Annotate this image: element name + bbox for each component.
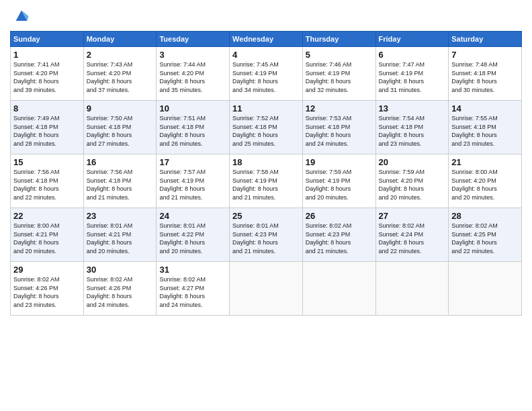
day-detail: Sunrise: 7:47 AM Sunset: 4:19 PM Dayligh…	[379, 60, 446, 94]
day-detail: Sunrise: 7:59 AM Sunset: 4:20 PM Dayligh…	[379, 168, 446, 201]
day-number: 5	[306, 50, 373, 60]
day-cell: 4Sunrise: 7:45 AM Sunset: 4:19 PM Daylig…	[230, 47, 303, 101]
day-cell: 19Sunrise: 7:59 AM Sunset: 4:19 PM Dayli…	[302, 154, 375, 208]
day-detail: Sunrise: 8:00 AM Sunset: 4:21 PM Dayligh…	[13, 222, 81, 255]
day-number: 16	[87, 157, 154, 167]
page: SundayMondayTuesdayWednesdayThursdayFrid…	[0, 0, 532, 411]
day-number: 30	[87, 265, 154, 275]
day-number: 4	[232, 50, 300, 60]
calendar-table: SundayMondayTuesdayWednesdayThursdayFrid…	[10, 31, 522, 316]
week-row-4: 22Sunrise: 8:00 AM Sunset: 4:21 PM Dayli…	[11, 208, 522, 262]
day-detail: Sunrise: 8:01 AM Sunset: 4:21 PM Dayligh…	[87, 222, 154, 255]
day-cell: 24Sunrise: 8:01 AM Sunset: 4:22 PM Dayli…	[157, 208, 230, 262]
header-monday: Monday	[83, 32, 157, 47]
day-detail: Sunrise: 7:49 AM Sunset: 4:18 PM Dayligh…	[13, 114, 81, 148]
day-detail: Sunrise: 8:00 AM Sunset: 4:20 PM Dayligh…	[451, 168, 519, 201]
day-detail: Sunrise: 8:02 AM Sunset: 4:26 PM Dayligh…	[87, 275, 154, 309]
day-cell: 5Sunrise: 7:46 AM Sunset: 4:19 PM Daylig…	[302, 47, 375, 101]
day-cell: 30Sunrise: 8:02 AM Sunset: 4:26 PM Dayli…	[83, 262, 157, 316]
day-cell: 3Sunrise: 7:44 AM Sunset: 4:20 PM Daylig…	[157, 47, 230, 101]
week-row-5: 29Sunrise: 8:02 AM Sunset: 4:26 PM Dayli…	[11, 262, 522, 316]
day-detail: Sunrise: 7:59 AM Sunset: 4:19 PM Dayligh…	[306, 168, 373, 201]
day-cell: 12Sunrise: 7:53 AM Sunset: 4:18 PM Dayli…	[302, 101, 375, 154]
day-detail: Sunrise: 7:51 AM Sunset: 4:18 PM Dayligh…	[159, 114, 226, 148]
day-number: 29	[13, 265, 81, 275]
day-detail: Sunrise: 8:01 AM Sunset: 4:23 PM Dayligh…	[232, 222, 300, 255]
day-detail: Sunrise: 7:41 AM Sunset: 4:20 PM Dayligh…	[13, 60, 81, 94]
day-number: 23	[87, 211, 154, 221]
day-cell: 14Sunrise: 7:55 AM Sunset: 4:18 PM Dayli…	[449, 101, 522, 154]
day-cell: 15Sunrise: 7:56 AM Sunset: 4:18 PM Dayli…	[11, 154, 84, 208]
day-number: 15	[13, 157, 81, 167]
day-detail: Sunrise: 7:57 AM Sunset: 4:19 PM Dayligh…	[159, 168, 226, 201]
day-detail: Sunrise: 7:43 AM Sunset: 4:20 PM Dayligh…	[87, 60, 154, 94]
day-cell: 9Sunrise: 7:50 AM Sunset: 4:18 PM Daylig…	[83, 101, 157, 154]
day-detail: Sunrise: 7:53 AM Sunset: 4:18 PM Dayligh…	[306, 114, 373, 148]
day-number: 22	[13, 211, 81, 221]
day-detail: Sunrise: 7:45 AM Sunset: 4:19 PM Dayligh…	[232, 60, 300, 94]
day-cell: 7Sunrise: 7:48 AM Sunset: 4:18 PM Daylig…	[449, 47, 522, 101]
day-detail: Sunrise: 8:01 AM Sunset: 4:22 PM Dayligh…	[159, 222, 226, 255]
day-number: 26	[306, 211, 373, 221]
day-detail: Sunrise: 8:02 AM Sunset: 4:26 PM Dayligh…	[13, 275, 81, 309]
day-number: 14	[451, 103, 519, 113]
day-number: 21	[451, 157, 519, 167]
day-cell	[230, 262, 303, 316]
day-cell: 1Sunrise: 7:41 AM Sunset: 4:20 PM Daylig…	[11, 47, 84, 101]
day-detail: Sunrise: 7:56 AM Sunset: 4:18 PM Dayligh…	[13, 168, 81, 201]
day-number: 10	[159, 103, 226, 113]
day-cell	[375, 262, 449, 316]
day-cell: 27Sunrise: 8:02 AM Sunset: 4:24 PM Dayli…	[375, 208, 449, 262]
day-number: 3	[159, 50, 226, 60]
header-sunday: Sunday	[11, 32, 84, 47]
day-detail: Sunrise: 7:56 AM Sunset: 4:18 PM Dayligh…	[87, 168, 154, 201]
day-detail: Sunrise: 7:44 AM Sunset: 4:20 PM Dayligh…	[159, 60, 226, 94]
day-cell: 10Sunrise: 7:51 AM Sunset: 4:18 PM Dayli…	[157, 101, 230, 154]
logo	[10, 7, 31, 26]
day-number: 31	[159, 265, 226, 275]
header-saturday: Saturday	[449, 32, 522, 47]
day-number: 19	[306, 157, 373, 167]
header-wednesday: Wednesday	[230, 32, 303, 47]
logo-icon	[12, 7, 31, 26]
day-cell: 11Sunrise: 7:52 AM Sunset: 4:18 PM Dayli…	[230, 101, 303, 154]
day-cell	[302, 262, 375, 316]
header-tuesday: Tuesday	[157, 32, 230, 47]
header-thursday: Thursday	[302, 32, 375, 47]
day-cell: 21Sunrise: 8:00 AM Sunset: 4:20 PM Dayli…	[449, 154, 522, 208]
day-detail: Sunrise: 8:02 AM Sunset: 4:27 PM Dayligh…	[159, 275, 226, 309]
header-friday: Friday	[375, 32, 449, 47]
day-number: 7	[451, 50, 519, 60]
day-cell: 22Sunrise: 8:00 AM Sunset: 4:21 PM Dayli…	[11, 208, 84, 262]
day-number: 11	[232, 103, 300, 113]
day-cell: 2Sunrise: 7:43 AM Sunset: 4:20 PM Daylig…	[83, 47, 157, 101]
day-detail: Sunrise: 7:48 AM Sunset: 4:18 PM Dayligh…	[451, 60, 519, 94]
day-cell: 6Sunrise: 7:47 AM Sunset: 4:19 PM Daylig…	[375, 47, 449, 101]
day-number: 28	[451, 211, 519, 221]
day-number: 6	[379, 50, 446, 60]
day-number: 8	[13, 103, 81, 113]
day-cell: 25Sunrise: 8:01 AM Sunset: 4:23 PM Dayli…	[230, 208, 303, 262]
day-number: 9	[87, 103, 154, 113]
day-detail: Sunrise: 7:54 AM Sunset: 4:18 PM Dayligh…	[379, 114, 446, 148]
day-cell: 29Sunrise: 8:02 AM Sunset: 4:26 PM Dayli…	[11, 262, 84, 316]
day-detail: Sunrise: 7:50 AM Sunset: 4:18 PM Dayligh…	[87, 114, 154, 148]
day-detail: Sunrise: 7:55 AM Sunset: 4:18 PM Dayligh…	[451, 114, 519, 148]
day-detail: Sunrise: 8:02 AM Sunset: 4:23 PM Dayligh…	[306, 222, 373, 255]
calendar-header-row: SundayMondayTuesdayWednesdayThursdayFrid…	[11, 32, 522, 47]
day-detail: Sunrise: 8:02 AM Sunset: 4:25 PM Dayligh…	[451, 222, 519, 255]
week-row-1: 1Sunrise: 7:41 AM Sunset: 4:20 PM Daylig…	[11, 47, 522, 101]
day-number: 2	[87, 50, 154, 60]
day-detail: Sunrise: 7:46 AM Sunset: 4:19 PM Dayligh…	[306, 60, 373, 94]
day-cell: 13Sunrise: 7:54 AM Sunset: 4:18 PM Dayli…	[375, 101, 449, 154]
week-row-3: 15Sunrise: 7:56 AM Sunset: 4:18 PM Dayli…	[11, 154, 522, 208]
day-cell: 18Sunrise: 7:58 AM Sunset: 4:19 PM Dayli…	[230, 154, 303, 208]
day-cell: 23Sunrise: 8:01 AM Sunset: 4:21 PM Dayli…	[83, 208, 157, 262]
day-cell: 16Sunrise: 7:56 AM Sunset: 4:18 PM Dayli…	[83, 154, 157, 208]
day-detail: Sunrise: 7:58 AM Sunset: 4:19 PM Dayligh…	[232, 168, 300, 201]
day-number: 17	[159, 157, 226, 167]
day-number: 18	[232, 157, 300, 167]
day-detail: Sunrise: 8:02 AM Sunset: 4:24 PM Dayligh…	[379, 222, 446, 255]
day-cell: 8Sunrise: 7:49 AM Sunset: 4:18 PM Daylig…	[11, 101, 84, 154]
day-cell: 28Sunrise: 8:02 AM Sunset: 4:25 PM Dayli…	[449, 208, 522, 262]
